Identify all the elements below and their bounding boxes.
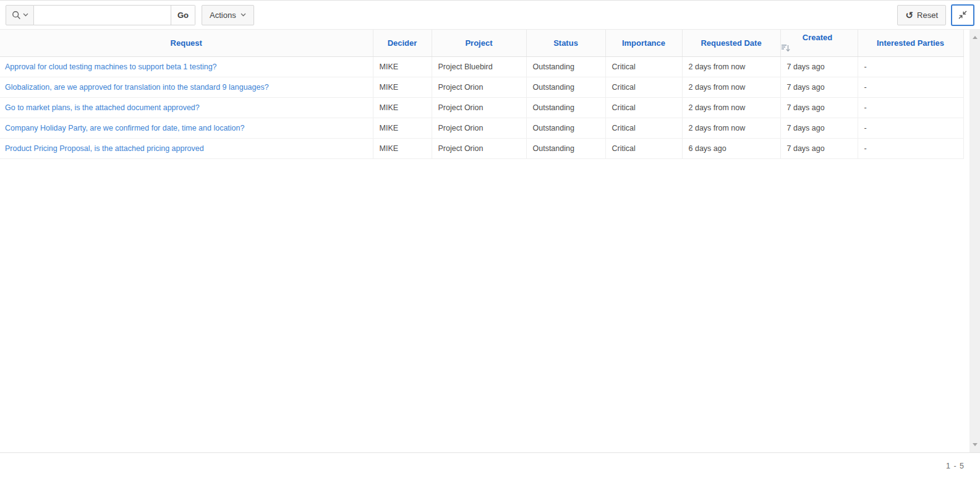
search-icon	[12, 11, 21, 20]
go-button[interactable]: Go	[171, 5, 195, 25]
cell-importance: Critical	[605, 77, 682, 97]
pagination-range: 1 - 5	[946, 462, 965, 470]
table-row: Approval for cloud testing machines to s…	[0, 56, 963, 77]
column-header-decider[interactable]: Decider	[373, 30, 432, 56]
cell-decider: MIKE	[373, 77, 432, 97]
cell-importance: Critical	[605, 118, 682, 138]
column-header-importance[interactable]: Importance	[605, 30, 682, 56]
table-row: Globalization, are we approved for trans…	[0, 77, 963, 97]
actions-button-label: Actions	[210, 11, 236, 20]
table-row: Go to market plans, is the attached docu…	[0, 97, 963, 118]
cell-status: Outstanding	[526, 138, 605, 158]
cell-status: Outstanding	[526, 97, 605, 118]
table-row: Company Holiday Party, are we confirmed …	[0, 118, 963, 138]
scroll-up-icon[interactable]	[973, 36, 978, 39]
cell-project: Project Orion	[432, 97, 526, 118]
chevron-down-icon	[23, 13, 28, 17]
cell-requested-date: 2 days from now	[682, 118, 780, 138]
cell-requested-date: 2 days from now	[682, 97, 780, 118]
cell-requested-date: 2 days from now	[682, 56, 780, 77]
cell-created: 7 days ago	[780, 77, 858, 97]
collapse-region-button[interactable]	[951, 4, 974, 26]
request-link[interactable]: Product Pricing Proposal, is the attache…	[5, 144, 204, 153]
sort-descending-icon	[781, 44, 858, 53]
column-header-status[interactable]: Status	[526, 30, 605, 56]
cell-requested-date: 6 days ago	[682, 138, 780, 158]
cell-decider: MIKE	[373, 138, 432, 158]
search-bar: Go	[6, 5, 195, 25]
column-header-created[interactable]: Created	[780, 30, 858, 56]
cell-interested-parties: -	[858, 97, 963, 118]
collapse-icon	[958, 10, 968, 20]
request-link[interactable]: Company Holiday Party, are we confirmed …	[5, 124, 244, 132]
cell-interested-parties: -	[858, 56, 963, 77]
cell-project: Project Orion	[432, 138, 526, 158]
interactive-report-region: Request Decider Project Status Importanc…	[0, 30, 980, 452]
cell-interested-parties: -	[858, 77, 963, 97]
scroll-down-icon[interactable]	[973, 443, 978, 446]
search-options-button[interactable]	[6, 5, 34, 25]
table-row: Product Pricing Proposal, is the attache…	[0, 138, 963, 158]
reset-button-label: Reset	[917, 11, 938, 20]
actions-button[interactable]: Actions	[202, 5, 254, 25]
cell-project: Project Orion	[432, 77, 526, 97]
report-table: Request Decider Project Status Importanc…	[0, 30, 964, 159]
cell-requested-date: 2 days from now	[682, 77, 780, 97]
report-table-body: Approval for cloud testing machines to s…	[0, 56, 963, 158]
cell-decider: MIKE	[373, 97, 432, 118]
cell-decider: MIKE	[373, 118, 432, 138]
cell-created: 7 days ago	[780, 118, 858, 138]
cell-created: 7 days ago	[780, 138, 858, 158]
request-link[interactable]: Go to market plans, is the attached docu…	[5, 103, 200, 112]
column-header-request[interactable]: Request	[0, 30, 373, 56]
reset-button[interactable]: ↺ Reset	[897, 5, 946, 25]
cell-importance: Critical	[605, 138, 682, 158]
request-link[interactable]: Globalization, are we approved for trans…	[5, 83, 269, 92]
cell-project: Project Bluebird	[432, 56, 526, 77]
cell-importance: Critical	[605, 56, 682, 77]
cell-project: Project Orion	[432, 118, 526, 138]
cell-importance: Critical	[605, 97, 682, 118]
toolbar: Go Actions ↺ Reset	[0, 0, 980, 30]
cell-interested-parties: -	[858, 118, 963, 138]
vertical-scrollbar[interactable]	[969, 30, 980, 452]
column-header-requested-date[interactable]: Requested Date	[682, 30, 780, 56]
cell-created: 7 days ago	[780, 97, 858, 118]
chevron-down-icon	[241, 13, 246, 17]
cell-decider: MIKE	[373, 56, 432, 77]
column-header-interested-parties[interactable]: Interested Parties	[858, 30, 963, 56]
reset-icon: ↺	[905, 11, 913, 20]
header-row: Request Decider Project Status Importanc…	[0, 30, 963, 56]
report-footer: 1 - 5	[0, 452, 980, 479]
search-input[interactable]	[34, 5, 171, 25]
column-header-project[interactable]: Project	[432, 30, 526, 56]
cell-created: 7 days ago	[780, 56, 858, 77]
cell-status: Outstanding	[526, 77, 605, 97]
cell-interested-parties: -	[858, 138, 963, 158]
cell-status: Outstanding	[526, 56, 605, 77]
request-link[interactable]: Approval for cloud testing machines to s…	[5, 63, 217, 71]
cell-status: Outstanding	[526, 118, 605, 138]
